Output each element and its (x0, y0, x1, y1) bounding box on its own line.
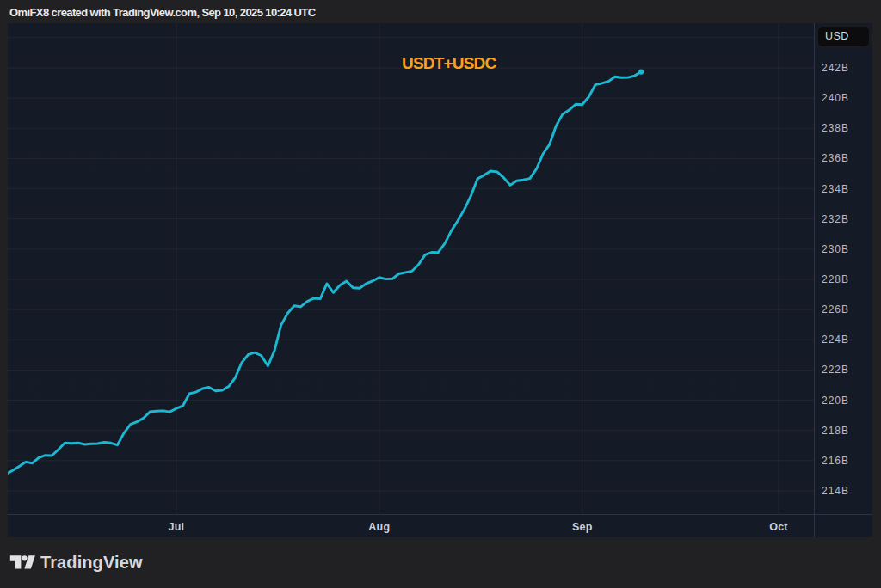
attribution-text: OmiFX8 created with TradingView.com, Sep… (9, 6, 315, 19)
footer: TradingView (0, 536, 881, 588)
time-tick-label: Aug (368, 521, 390, 533)
price-tick-label: 222B (822, 363, 872, 377)
time-tick-label: Jul (169, 521, 185, 533)
price-tick-label: 240B (822, 91, 872, 105)
price-tick-label: 238B (822, 121, 872, 135)
price-tick-label: 228B (822, 273, 872, 286)
price-line (8, 72, 641, 475)
currency-button[interactable]: USD (817, 26, 870, 47)
chart-panel[interactable]: OmiFX8 created with TradingView.com OmiF… (8, 23, 872, 537)
price-tick-label: 216B (822, 454, 872, 468)
last-value-dot (638, 69, 644, 74)
price-tick-label: 242B (822, 61, 872, 75)
price-tick-label: 214B (822, 484, 872, 498)
price-tick-label: 232B (822, 212, 872, 226)
tradingview-brand-text[interactable]: TradingView (40, 553, 143, 573)
time-tick-label: Sep (572, 521, 593, 533)
time-tick-label: Oct (769, 521, 787, 533)
price-tick-label: 234B (822, 182, 872, 196)
price-tick-label: 224B (822, 333, 872, 346)
price-tick-label: 226B (822, 303, 872, 316)
tradingview-logo-icon (9, 554, 39, 570)
price-tick-label: 218B (822, 424, 872, 438)
price-tick-label: 220B (822, 394, 872, 407)
series-label: USDT+USDC (402, 54, 496, 73)
price-tick-label: 236B (822, 151, 872, 165)
price-tick-label: 230B (822, 242, 872, 256)
price-chart (8, 23, 872, 537)
